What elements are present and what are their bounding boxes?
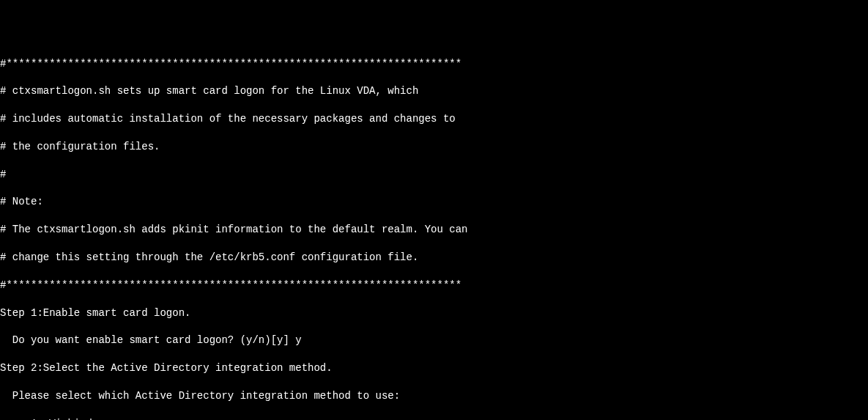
step1-prompt: Do you want enable smart card logon? (y/… <box>0 334 868 347</box>
header-comment: # includes automatic installation of the… <box>0 112 868 126</box>
header-comment: # ctxsmartlogon.sh sets up smart card lo… <box>0 84 868 98</box>
step2-title: Step 2:Select the Active Directory integ… <box>0 361 868 375</box>
header-divider-top: #***************************************… <box>0 57 868 71</box>
step1-title: Step 1:Enable smart card logon. <box>0 306 868 320</box>
header-comment: # The ctxsmartlogon.sh adds pkinit infor… <box>0 223 868 237</box>
header-divider-bottom: #***************************************… <box>0 279 868 292</box>
header-comment: # the configuration files. <box>0 140 868 154</box>
header-comment: # <box>0 168 868 182</box>
step2-prompt: Please select which Active Directory int… <box>0 389 868 403</box>
header-comment: # Note: <box>0 195 868 209</box>
header-comment: # change this setting through the /etc/k… <box>0 251 868 265</box>
step2-option-1: 1: Winbind <box>0 417 868 420</box>
